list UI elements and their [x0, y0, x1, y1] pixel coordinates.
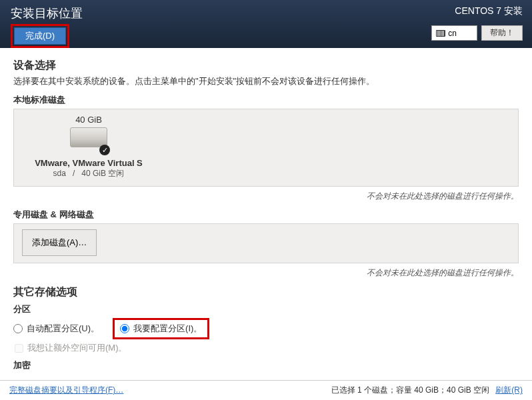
done-highlight: 完成(D) [11, 24, 69, 48]
special-disks-note: 不会对未在此处选择的磁盘进行任何操作。 [13, 267, 519, 279]
footer-status: 已选择 1 个磁盘；容量 40 GiB；40 GiB 空闲 [331, 385, 489, 395]
special-disks-title: 专用磁盘 & 网络磁盘 [13, 209, 519, 221]
header-left: 安装目标位置 完成(D) [0, 0, 83, 48]
device-selection-title: 设备选择 [13, 59, 519, 73]
local-disks-panel: 40 GiB ✓ VMware, VMware Virtual S sda / … [13, 109, 519, 187]
special-disks-panel: 添加磁盘(A)… [13, 223, 519, 263]
device-selection-desc: 选择要在其中安装系统的设备。点击主菜单中的"开始安装"按钮前不会对该设备进行任何… [13, 75, 519, 87]
extra-space-checkbox: 我想让额外空间可用(M)。 [15, 342, 519, 354]
partition-radio-row: 自动配置分区(U)。 我要配置分区(I)。 [13, 318, 519, 339]
extra-space-input [15, 344, 23, 353]
disk-tile[interactable]: 40 GiB ✓ VMware, VMware Virtual S sda / … [22, 115, 155, 179]
hard-disk-icon: ✓ [69, 127, 109, 154]
disk-name: VMware, VMware Virtual S [22, 158, 155, 168]
header-right: CENTOS 7 安装 cn 帮助！ [431, 0, 532, 48]
keyboard-indicator[interactable]: cn [431, 25, 477, 41]
done-button[interactable]: 完成(D) [14, 27, 66, 45]
content: 设备选择 选择要在其中安装系统的设备。点击主菜单中的"开始安装"按钮前不会对该设… [0, 48, 532, 371]
checkmark-icon: ✓ [99, 145, 110, 155]
header-bar: 安装目标位置 完成(D) CENTOS 7 安装 cn 帮助！ [0, 0, 532, 48]
manual-highlight: 我要配置分区(I)。 [113, 318, 209, 339]
storage-options: 其它存储选项 分区 自动配置分区(U)。 我要配置分区(I)。 我想让额外空间可… [13, 285, 519, 371]
manual-partition-radio[interactable]: 我要配置分区(I)。 [120, 323, 202, 335]
disk-meta: sda / 40 GiB 空闲 [22, 168, 155, 179]
add-disk-button[interactable]: 添加磁盘(A)… [22, 229, 97, 256]
full-disk-summary-link[interactable]: 完整磁盘摘要以及引导程序(F)… [9, 385, 123, 396]
page-title: 安装目标位置 [11, 5, 83, 21]
manual-partition-input[interactable] [120, 324, 129, 333]
keyboard-label: cn [448, 29, 457, 38]
extra-space-label: 我想让额外空间可用(M)。 [27, 342, 127, 354]
help-button[interactable]: 帮助！ [481, 25, 523, 41]
auto-partition-radio[interactable]: 自动配置分区(U)。 [13, 323, 99, 335]
disk-size: 40 GiB [22, 115, 155, 125]
manual-partition-label: 我要配置分区(I)。 [133, 323, 202, 335]
partition-title: 分区 [13, 303, 519, 315]
disk-free: 40 GiB 空闲 [81, 169, 124, 178]
auto-partition-label: 自动配置分区(U)。 [27, 323, 99, 335]
installer-title: CENTOS 7 安装 [431, 5, 523, 17]
disk-device: sda [53, 169, 66, 178]
keyboard-icon [436, 30, 445, 37]
refresh-link[interactable]: 刷新(R) [495, 385, 523, 395]
header-widgets: cn 帮助！ [431, 25, 523, 41]
footer-right: 已选择 1 个磁盘；容量 40 GiB；40 GiB 空闲 刷新(R) [331, 385, 523, 396]
local-disks-note: 不会对未在此处选择的磁盘进行任何操作。 [13, 191, 519, 202]
encryption-title: 加密 [13, 359, 519, 371]
local-disks-title: 本地标准磁盘 [13, 94, 519, 106]
auto-partition-input[interactable] [13, 324, 23, 333]
storage-options-title: 其它存储选项 [13, 285, 519, 299]
footer-bar: 完整磁盘摘要以及引导程序(F)… 已选择 1 个磁盘；容量 40 GiB；40 … [0, 380, 532, 400]
